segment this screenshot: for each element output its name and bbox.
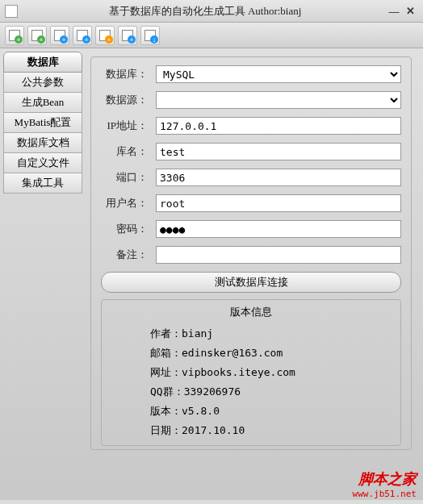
app-icon	[5, 5, 18, 18]
sidebar-item-3[interactable]: 数据库文档	[3, 133, 82, 153]
label-dbname: 库名：	[101, 144, 156, 159]
sidebar-item-4[interactable]: 自定义文件	[3, 153, 82, 173]
form-panel: 数据库： MySQL 数据源： IP地址： 库名： 端口： 用户名：	[90, 56, 412, 450]
label-user: 用户名：	[101, 196, 156, 210]
sidebar-item-5[interactable]: 集成工具	[3, 173, 82, 194]
sidebar: 数据库 公共参数 生成Bean MyBatis配置 数据库文档 自定义文件 集成…	[0, 48, 86, 500]
toolbar-btn-7[interactable]: ↓	[140, 26, 160, 45]
label-password: 密码：	[101, 222, 156, 236]
ip-input[interactable]	[156, 117, 401, 135]
close-button[interactable]: ✕	[402, 5, 418, 18]
sidebar-item-0[interactable]: 公共参数	[3, 73, 82, 93]
sidebar-header: 数据库	[3, 52, 82, 73]
user-input[interactable]	[156, 194, 401, 212]
sidebar-item-1[interactable]: 生成Bean	[3, 93, 82, 113]
sidebar-item-2[interactable]: MyBatis配置	[3, 113, 82, 133]
database-select[interactable]: MySQL	[156, 65, 401, 83]
titlebar: 基于数据库的自动化生成工具 Author:bianj — ✕	[0, 0, 423, 23]
info-date: 日期：2017.10.10	[110, 421, 392, 440]
toolbar-btn-5[interactable]: +	[95, 26, 115, 45]
port-input[interactable]	[156, 169, 401, 186]
remark-input[interactable]	[156, 246, 401, 264]
label-ip: IP地址：	[101, 119, 156, 133]
toolbar-btn-1[interactable]: +	[5, 26, 24, 45]
label-remark: 备注：	[101, 248, 156, 262]
toolbar-btn-4[interactable]: +	[73, 26, 92, 45]
minimize-button[interactable]: —	[386, 5, 402, 18]
toolbar-btn-2[interactable]: +	[27, 26, 47, 45]
dbname-input[interactable]	[156, 143, 401, 160]
info-email: 邮箱：edinsker@163.com	[110, 344, 392, 363]
info-author: 作者：bianj	[110, 324, 392, 344]
test-connection-button[interactable]: 测试数据库连接	[101, 272, 401, 293]
toolbar-btn-6[interactable]: +	[118, 26, 137, 45]
info-website: 网址：vipbooks.iteye.com	[110, 363, 392, 382]
toolbar-btn-3[interactable]: +	[50, 26, 69, 45]
datasource-select[interactable]	[156, 91, 401, 109]
window-title: 基于数据库的自动化生成工具 Author:bianj	[24, 4, 386, 19]
version-info-box: 版本信息 作者：bianj 邮箱：edinsker@163.com 网址：vip…	[101, 299, 401, 446]
label-port: 端口：	[101, 170, 156, 185]
info-version: 版本：v5.8.0	[110, 402, 392, 421]
password-input[interactable]	[156, 220, 401, 238]
toolbar: + + + + + + ↓	[0, 23, 423, 48]
version-info-header: 版本信息	[110, 305, 392, 319]
label-datasource: 数据源：	[101, 93, 156, 107]
info-qq: QQ群：339206976	[110, 382, 392, 402]
label-database: 数据库：	[101, 67, 156, 81]
